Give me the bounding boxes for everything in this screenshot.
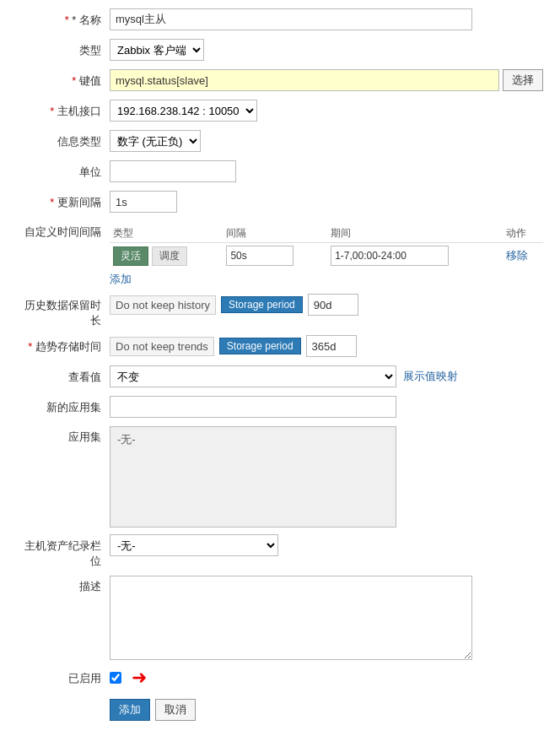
info-control: 数字 (无正负) — [110, 130, 543, 152]
app-row: 应用集 -无- — [17, 426, 543, 528]
list-item: -无- — [114, 430, 392, 449]
col-action: 动作 — [503, 225, 543, 243]
custom-interval-label: 自定义时间间隔 — [17, 221, 110, 240]
add-custom-interval-link[interactable]: 添加 — [110, 272, 132, 287]
host-row: * 主机接口 192.168.238.142 : 10050 — [17, 100, 543, 123]
show-map-link[interactable]: 展示值映射 — [403, 369, 458, 384]
custom-interval-input[interactable] — [226, 246, 293, 266]
host-control: 192.168.238.142 : 10050 — [110, 100, 543, 122]
desc-label: 描述 — [17, 576, 110, 594]
name-row: * * 名称 — [17, 8, 543, 32]
history-label: 历史数据保留时长 — [17, 294, 110, 328]
history-control: Do not keep history Storage period — [110, 294, 543, 316]
check-row: 查看值 不变 展示值映射 — [17, 365, 543, 389]
trend-label: * 趋势存储时间 — [17, 335, 110, 354]
history-storage-btn[interactable]: Storage period — [221, 296, 303, 313]
add-button[interactable]: 添加 — [110, 699, 150, 721]
interval-control — [110, 191, 543, 213]
cancel-button[interactable]: 取消 — [155, 699, 196, 721]
desc-row: 描述 — [17, 576, 543, 660]
enabled-row: 已启用 ➜ — [17, 667, 543, 690]
type-active-btn[interactable]: 灵活 — [113, 246, 148, 266]
custom-interval-control: 类型 间隔 期间 动作 灵活 调度 — [110, 221, 543, 287]
custom-interval-row: 自定义时间间隔 类型 间隔 期间 动作 灵活 调度 — [17, 221, 543, 287]
trend-row: * 趋势存储时间 Do not keep trends Storage peri… — [17, 335, 543, 359]
name-input[interactable] — [110, 8, 472, 30]
interval-label: * 更新间隔 — [17, 191, 110, 210]
key-row: * 键值 选择 — [17, 69, 543, 93]
enabled-checkbox[interactable] — [110, 672, 121, 684]
type-select[interactable]: Zabbix 客户端 — [110, 39, 204, 61]
host-label: * 主机接口 — [17, 100, 110, 119]
check-label: 查看值 — [17, 365, 110, 385]
app-label: 应用集 — [17, 426, 110, 445]
type-cell: 灵活 调度 — [110, 243, 223, 269]
interval-cell — [223, 243, 327, 269]
history-options: Do not keep history Storage period — [110, 294, 358, 316]
enabled-label: 已启用 — [17, 667, 110, 686]
type-row: 类型 Zabbix 客户端 — [17, 39, 543, 62]
history-no-keep: Do not keep history — [110, 295, 216, 315]
new-app-label: 新的应用集 — [17, 396, 110, 415]
key-label: * 键值 — [17, 69, 110, 89]
info-row: 信息类型 数字 (无正负) — [17, 130, 543, 154]
custom-interval-table: 类型 间隔 期间 动作 灵活 调度 — [110, 225, 543, 268]
name-label: * * 名称 — [17, 8, 110, 28]
unit-label: 单位 — [17, 160, 110, 180]
interval-row: * 更新间隔 — [17, 191, 543, 214]
interval-input[interactable] — [110, 191, 177, 213]
action-cell: 移除 — [503, 243, 543, 269]
unit-control — [110, 160, 543, 182]
arrow-icon: ➜ — [132, 667, 147, 689]
action-row: 添加 取消 — [110, 699, 543, 722]
desc-textarea[interactable] — [110, 576, 472, 660]
new-app-control — [110, 396, 543, 418]
type-control: Zabbix 客户端 — [110, 39, 543, 61]
table-row: 灵活 调度 移除 — [110, 243, 543, 269]
period-cell — [327, 243, 503, 269]
key-field-wrapper: 选择 — [110, 69, 543, 91]
new-app-input[interactable] — [110, 396, 396, 418]
unit-input[interactable] — [110, 160, 236, 182]
col-type: 类型 — [110, 225, 223, 243]
unit-row: 单位 — [17, 160, 543, 184]
key-input[interactable] — [110, 69, 499, 91]
new-app-row: 新的应用集 — [17, 396, 543, 419]
asset-control: -无- — [110, 534, 543, 556]
trend-storage-btn[interactable]: Storage period — [219, 338, 301, 354]
asset-label: 主机资产纪录栏位 — [17, 534, 110, 569]
info-select[interactable]: 数字 (无正负) — [110, 130, 201, 152]
enabled-checkbox-row: ➜ — [110, 667, 147, 689]
check-select[interactable]: 不变 — [110, 365, 396, 387]
enabled-control: ➜ — [110, 667, 543, 689]
col-interval: 间隔 — [223, 225, 327, 243]
remove-link[interactable]: 移除 — [506, 249, 528, 262]
app-control: -无- — [110, 426, 543, 528]
info-label: 信息类型 — [17, 130, 110, 149]
history-value-input[interactable] — [308, 294, 358, 316]
desc-control — [110, 576, 543, 660]
history-row: 历史数据保留时长 Do not keep history Storage per… — [17, 294, 543, 328]
key-select-button[interactable]: 选择 — [503, 69, 543, 91]
app-listbox[interactable]: -无- — [110, 426, 396, 528]
key-control: 选择 — [110, 69, 543, 91]
trend-control: Do not keep trends Storage period — [110, 335, 543, 357]
name-control — [110, 8, 543, 30]
type-inactive-btn[interactable]: 调度 — [152, 246, 187, 266]
trend-no-keep: Do not keep trends — [110, 337, 214, 356]
col-period: 期间 — [327, 225, 503, 243]
asset-row: 主机资产纪录栏位 -无- — [17, 534, 543, 569]
trend-options: Do not keep trends Storage period — [110, 335, 357, 357]
trend-value-input[interactable] — [306, 335, 357, 357]
host-select[interactable]: 192.168.238.142 : 10050 — [110, 100, 257, 122]
custom-period-input[interactable] — [331, 246, 449, 266]
check-control: 不变 展示值映射 — [110, 365, 543, 387]
asset-select[interactable]: -无- — [110, 534, 278, 556]
type-label: 类型 — [17, 39, 110, 58]
